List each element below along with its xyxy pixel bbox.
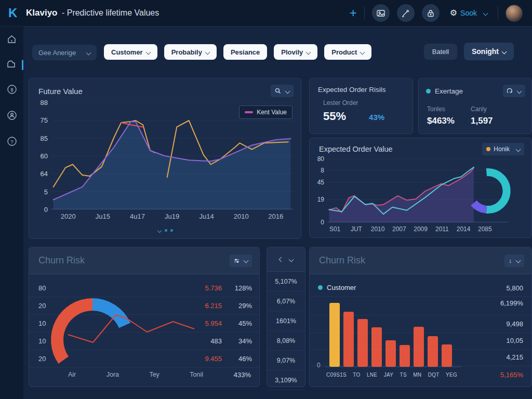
x-tick: YEG (446, 372, 457, 378)
order-risks-card: Expected Order Risils Lester Order 55% 4… (309, 78, 413, 134)
row-value: 5.736 (181, 284, 222, 292)
sidebar-item-revenue[interactable]: $ (0, 84, 23, 95)
churn-row: 805.736128% (29, 280, 259, 297)
zero-label: 0 (317, 362, 321, 369)
filter-pill-customer[interactable]: Customer (104, 44, 157, 60)
x-tick: 2020 (51, 212, 86, 220)
arrow-icon (507, 88, 513, 94)
teal-dot-icon (318, 285, 323, 290)
pill-label: Probabily (171, 48, 202, 56)
filter-pill-plovily[interactable]: Plovily (274, 44, 317, 60)
percent-column-panel: 5,107%6,07%1601%8,08%9,07%3,109% (267, 247, 305, 387)
person-circle-icon (7, 110, 17, 121)
series-legend: Customer (318, 284, 356, 291)
main-metric: 55% (323, 110, 346, 123)
row-percent: 34% (222, 337, 252, 345)
column-header (267, 247, 305, 272)
add-icon[interactable]: + (350, 7, 357, 19)
x-tick: Tonil (190, 371, 203, 378)
pagination-dots[interactable] (29, 225, 301, 235)
x-tick: 2014 (453, 225, 474, 233)
churn-row: 105.95445% (29, 315, 259, 332)
chevron-down-icon (86, 50, 91, 55)
x-tick: TO (353, 372, 360, 378)
row-divider (310, 366, 531, 366)
chevron-down-icon (517, 88, 522, 94)
lock-icon (427, 9, 434, 17)
percent-value: 3,109% (267, 370, 305, 390)
range-select[interactable]: Honik (482, 143, 524, 155)
order-value-panel: Expected Order Value Honik 80845190 S01J… (309, 138, 532, 238)
avatar[interactable] (506, 5, 523, 22)
chevron-down-icon[interactable] (288, 257, 294, 262)
x-tick: S01 (324, 225, 345, 233)
chevron-down-icon (516, 147, 521, 152)
sonight-button[interactable]: Sonight (464, 43, 514, 60)
panel-title: Expected Order Value (319, 145, 393, 153)
churn-row: 209.45546% (29, 350, 259, 368)
batell-button[interactable]: Batell (424, 44, 457, 60)
row-value: 5.954 (181, 320, 222, 327)
chevron-down-icon (244, 258, 249, 263)
x-tick: TS (400, 372, 406, 378)
y-tick: 8 (312, 167, 324, 174)
filter-pill-product[interactable]: Product (324, 44, 371, 60)
chevron-down-icon (145, 49, 151, 55)
y-tick: 19 (312, 196, 324, 203)
x-tick: Tey (149, 371, 159, 378)
search-button[interactable] (271, 85, 294, 97)
pill-label: Plovily (281, 48, 303, 56)
share-button[interactable] (503, 85, 525, 97)
chevron-down-icon (285, 88, 290, 94)
gear-icon: ⚙ (450, 9, 457, 17)
panel-title: Churn Risk (319, 255, 365, 266)
bar-chart (325, 298, 461, 368)
chevron-down-icon (157, 229, 161, 233)
row-value: 6,199% (500, 299, 523, 307)
y-tick: 0 (33, 206, 48, 214)
row-divider (310, 296, 531, 297)
y-tick: 80 (312, 155, 324, 163)
sidebar-item-help[interactable]: ? (0, 136, 23, 147)
x-tick: 2085 (474, 225, 496, 233)
account-menu[interactable]: ⚙ Sook (447, 8, 490, 18)
row-percent: 45% (222, 320, 252, 327)
x-tick: 4u17 (120, 212, 155, 220)
group-by-select[interactable]: Gee Anerige (32, 45, 97, 60)
row-value: 6.215 (181, 302, 222, 310)
x-tick: LNE (367, 372, 377, 378)
filter-pill-pesiance[interactable]: Pesiance (223, 44, 267, 60)
x-axis-labels: C09S1STOLNEJAYTSMNDQTYEG (326, 372, 457, 378)
klaviyo-logo[interactable]: K (8, 6, 26, 20)
sidebar-item-customers[interactable] (0, 110, 23, 121)
sidebar-item-reports[interactable] (0, 60, 23, 69)
y-tick: 60 (33, 152, 48, 160)
filter-pill-probabily[interactable]: Probabily (164, 44, 217, 60)
y-tick: 45 (312, 179, 324, 186)
media-button[interactable] (372, 4, 390, 22)
x-tick: 2011 (431, 225, 453, 233)
row-percent: 46% (222, 355, 252, 363)
photo-icon (377, 9, 385, 17)
row-divider (310, 349, 531, 350)
churn-row: 1048334% (29, 332, 259, 350)
range-label: Honik (494, 145, 510, 153)
footer-percent: 433% (234, 371, 251, 379)
group-by-label: Gee Anerige (38, 49, 76, 57)
teal-dot-icon (426, 89, 431, 94)
row-percent: 29% (222, 302, 252, 310)
compose-button[interactable] (397, 4, 415, 22)
y-tick: 75 (33, 116, 48, 124)
x-tick: MN (413, 372, 421, 378)
page-title: Klaviyo - Predictive lifetime Values (26, 8, 159, 18)
filter-button[interactable] (230, 255, 252, 267)
sidebar-item-home[interactable] (0, 34, 23, 44)
x-tick: C09S1S (326, 372, 347, 378)
churn-row: 206.21529% (29, 297, 259, 315)
chevron-left-icon[interactable] (278, 257, 284, 262)
sort-button[interactable]: ↓ (504, 255, 524, 267)
lock-button[interactable] (422, 4, 440, 22)
chevron-down-icon (483, 10, 488, 16)
metric-label: Tonles (427, 105, 455, 113)
legend: Kent Value (239, 105, 292, 119)
